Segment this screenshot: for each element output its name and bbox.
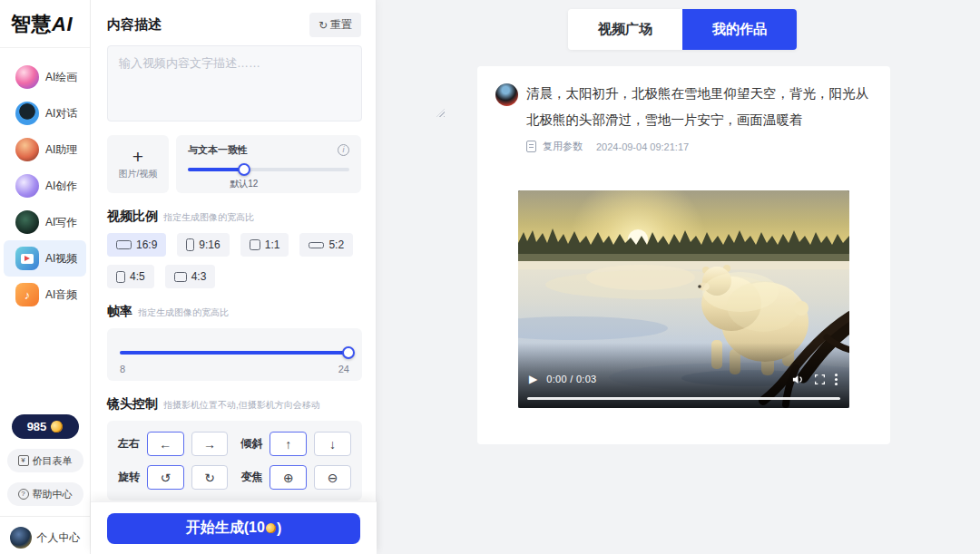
profile-button[interactable]: 个人中心 [10,527,81,549]
ai-assistant-icon [15,138,39,161]
fullscreen-icon[interactable] [814,374,826,385]
consistency-slider[interactable] [188,163,349,176]
consistency-label: 与文本一致性 [188,143,248,157]
video-controls: ▶ 0:00 / 0:03 [518,368,849,390]
fps-title: 帧率 [107,304,132,320]
video-player[interactable]: ▶ 0:00 / 0:03 [518,190,849,408]
zoom-out-button[interactable]: ⊖ [314,465,351,490]
generate-label: 开始生成(10 [186,519,265,538]
fps-min-label: 8 [120,364,125,374]
rotate-cw-icon: ↻ [204,471,215,485]
sidebar-item-ai-assistant[interactable]: AI助理 [4,131,86,168]
coin-icon [50,420,64,434]
tilt-up-button[interactable]: ↑ [270,432,307,456]
sidebar-item-label: AI音频 [45,287,77,303]
user-avatar [495,83,518,106]
tilt-down-button[interactable]: ↓ [314,432,351,456]
sidebar-item-label: AI助理 [45,142,77,158]
ai-create-icon [15,174,39,198]
tab-my-works[interactable]: 我的作品 [682,9,797,50]
play-button[interactable]: ▶ [529,374,537,384]
ratio-option-4-5[interactable]: 4:5 [107,265,154,288]
pan-right-button[interactable]: → [191,432,229,456]
sidebar-item-ai-create[interactable]: AI创作 [4,168,86,204]
fps-slider-thumb[interactable] [342,346,355,359]
upload-image-video-button[interactable]: + 图片/视频 [107,135,169,193]
rotate-cw-button[interactable]: ↻ [191,465,229,490]
reuse-params-button[interactable]: 复用参数 [543,140,583,153]
generate-button[interactable]: 开始生成(10 ) [107,513,360,544]
ai-chat-icon [15,102,39,125]
profile-label: 个人中心 [37,530,81,546]
ratio-option-5-2[interactable]: 5:2 [299,233,353,257]
sidebar-item-ai-audio[interactable]: ♪ AI音频 [4,277,86,313]
ratio-option-9-16[interactable]: 9:16 [177,233,229,257]
sidebar-item-label: AI对话 [45,106,77,121]
work-card: 清晨，太阳初升，北极熊在雪地里仰望天空，背光，阳光从北极熊的头部滑过，雪地一片安… [477,66,890,444]
camera-hint: 指摄影机位置不动,但摄影机方向会移动 [163,399,320,412]
consistency-default-label: 默认12 [230,178,349,190]
text-consistency-box: 与文本一致性 i 默认12 [176,135,361,193]
info-icon[interactable]: i [338,144,349,156]
sidebar-item-ai-chat[interactable]: AI对话 [4,95,86,131]
app-logo: 智慧AI [0,0,90,48]
fps-hint: 指定生成图像的宽高比 [138,306,229,319]
app-logo-en: AI [52,13,73,35]
work-timestamp: 2024-09-04 09:21:17 [596,141,689,152]
sidebar-item-ai-write[interactable]: AI写作 [4,204,86,240]
consistency-slider-thumb[interactable] [238,163,250,176]
plus-icon: + [132,148,143,166]
camera-controls: 左右 ← → 倾斜 ↑ ↓ 旋转 ↺ ↻ 变焦 ⊕ ⊖ [107,421,362,501]
video-progress-bar[interactable] [527,397,840,400]
generate-bar: 开始生成(10 ) [91,501,377,554]
volume-icon[interactable] [791,373,805,386]
sidebar-item-label: AI创作 [45,179,77,194]
pricing-label: 价目表单 [33,454,73,468]
reset-label: 重置 [330,17,352,33]
help-button[interactable]: ? 帮助中心 [7,482,83,506]
ratio-option-16-9[interactable]: 16:9 [107,233,166,257]
video-time: 0:00 / 0:03 [546,374,596,384]
sidebar-item-ai-paint[interactable]: AI绘画 [4,59,86,95]
pricing-button[interactable]: ¥ 价目表单 [7,449,83,472]
prompt-input[interactable] [107,45,362,121]
ratio-16-9-icon [116,240,132,249]
ratio-1-1-icon [250,239,260,250]
ratio-4-5-icon [116,271,125,283]
more-options-icon[interactable] [835,374,838,385]
coin-balance-badge[interactable]: 985 [12,414,79,439]
camera-pan-label: 左右 [118,436,140,452]
ratio-option-1-1[interactable]: 1:1 [240,233,289,257]
arrow-left-icon: ← [159,437,172,452]
zoom-in-icon: ⊕ [283,471,294,485]
fps-max-label: 24 [338,364,349,374]
yen-icon: ¥ [18,455,29,466]
camera-rotate-label: 旋转 [118,470,140,485]
ai-audio-icon: ♪ [15,283,39,306]
zoom-in-button[interactable]: ⊕ [270,465,307,490]
sidebar-item-ai-video[interactable]: AI视频 [4,240,86,277]
fps-box: 8 24 [107,328,362,381]
arrow-right-icon: → [203,437,216,452]
reset-button[interactable]: ↻ 重置 [309,13,361,37]
fps-slider[interactable] [120,346,349,359]
sidebar-item-label: AI写作 [45,215,77,230]
ratio-option-4-3[interactable]: 4:3 [165,265,216,288]
pan-left-button[interactable]: ← [147,432,184,456]
upload-label: 图片/视频 [119,168,158,180]
camera-tilt-label: 倾斜 [240,436,262,452]
ratio-title: 视频比例 [107,209,158,225]
zoom-out-icon: ⊖ [328,471,338,485]
ai-video-icon [15,247,39,270]
profile-avatar [10,527,32,549]
generate-label-suffix: ) [277,520,281,537]
work-prompt-text: 清晨，太阳初升，北极熊在雪地里仰望天空，背光，阳光从北极熊的头部滑过，雪地一片安… [526,81,872,133]
sidebar-bottom: 985 ¥ 价目表单 ? 帮助中心 个人中心 [0,414,90,549]
ratio-4-3-icon [174,272,187,282]
app-logo-cn: 智慧 [11,13,52,35]
rotate-ccw-button[interactable]: ↺ [147,465,184,490]
main-area: 视频广场 我的作品 清晨，太阳初升，北极熊在雪地里仰望天空，背光，阳光从北极熊的… [377,0,980,554]
tab-video-plaza[interactable]: 视频广场 [568,9,682,50]
sidebar-item-label: AI绘画 [45,70,77,85]
tab-bar: 视频广场 我的作品 [568,9,797,50]
